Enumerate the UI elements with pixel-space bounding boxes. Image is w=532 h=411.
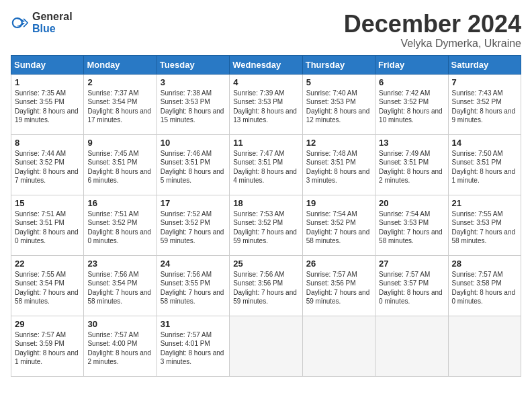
day-number: 27 [379, 259, 444, 269]
logo-text: General Blue [32, 11, 73, 34]
calendar-cell: 10 Sunrise: 7:46 AMSunset: 3:51 PMDaylig… [157, 134, 229, 195]
calendar-cell: 23 Sunrise: 7:56 AMSunset: 3:54 PMDaylig… [84, 255, 157, 316]
day-info: Sunrise: 7:54 AMSunset: 3:52 PMDaylight:… [306, 210, 370, 245]
day-number: 26 [306, 259, 371, 269]
calendar-cell [375, 316, 448, 376]
day-info: Sunrise: 7:46 AMSunset: 3:51 PMDaylight:… [161, 150, 224, 185]
calendar-cell: 9 Sunrise: 7:45 AMSunset: 3:51 PMDayligh… [84, 134, 157, 195]
calendar-cell [230, 316, 302, 376]
day-number: 28 [452, 259, 517, 269]
day-info: Sunrise: 7:45 AMSunset: 3:51 PMDaylight:… [87, 150, 151, 185]
day-number: 24 [161, 259, 226, 269]
calendar-week-row: 29 Sunrise: 7:57 AMSunset: 3:59 PMDaylig… [11, 316, 521, 376]
day-info: Sunrise: 7:52 AMSunset: 3:52 PMDaylight:… [161, 210, 224, 245]
day-info: Sunrise: 7:39 AMSunset: 3:53 PMDaylight:… [233, 89, 297, 124]
day-info: Sunrise: 7:43 AMSunset: 3:52 PMDaylight:… [452, 89, 516, 124]
day-number: 9 [87, 138, 152, 148]
calendar-cell: 5 Sunrise: 7:40 AMSunset: 3:53 PMDayligh… [302, 74, 375, 134]
calendar-cell: 13 Sunrise: 7:49 AMSunset: 3:51 PMDaylig… [375, 134, 448, 195]
header-tuesday: Tuesday [157, 55, 229, 74]
calendar-cell: 7 Sunrise: 7:43 AMSunset: 3:52 PMDayligh… [448, 74, 521, 134]
calendar-week-row: 8 Sunrise: 7:44 AMSunset: 3:52 PMDayligh… [11, 134, 521, 195]
day-number: 30 [87, 319, 152, 329]
calendar-cell: 15 Sunrise: 7:51 AMSunset: 3:51 PMDaylig… [11, 195, 84, 255]
day-info: Sunrise: 7:40 AMSunset: 3:53 PMDaylight:… [306, 89, 370, 124]
day-info: Sunrise: 7:56 AMSunset: 3:56 PMDaylight:… [233, 271, 297, 306]
month-title: December 2024 [344, 11, 521, 38]
day-number: 23 [87, 259, 152, 269]
header-friday: Friday [375, 55, 448, 74]
day-info: Sunrise: 7:51 AMSunset: 3:52 PMDaylight:… [87, 210, 151, 245]
calendar-cell: 17 Sunrise: 7:52 AMSunset: 3:52 PMDaylig… [157, 195, 229, 255]
calendar-table: Sunday Monday Tuesday Wednesday Thursday… [11, 55, 521, 377]
day-info: Sunrise: 7:35 AMSunset: 3:55 PMDaylight:… [15, 89, 79, 124]
header-sunday: Sunday [11, 55, 84, 74]
day-info: Sunrise: 7:38 AMSunset: 3:53 PMDaylight:… [161, 89, 224, 124]
calendar-week-row: 15 Sunrise: 7:51 AMSunset: 3:51 PMDaylig… [11, 195, 521, 255]
day-info: Sunrise: 7:57 AMSunset: 3:56 PMDaylight:… [306, 271, 370, 306]
logo-blue-text: Blue [32, 23, 73, 35]
day-info: Sunrise: 7:44 AMSunset: 3:52 PMDaylight:… [15, 150, 79, 185]
day-number: 20 [379, 198, 444, 208]
calendar-cell: 18 Sunrise: 7:53 AMSunset: 3:52 PMDaylig… [230, 195, 302, 255]
page-header: General Blue December 2024 Velyka Dymerk… [11, 11, 521, 50]
calendar-cell: 11 Sunrise: 7:47 AMSunset: 3:51 PMDaylig… [230, 134, 302, 195]
calendar-cell: 14 Sunrise: 7:50 AMSunset: 3:51 PMDaylig… [448, 134, 521, 195]
day-number: 2 [87, 77, 152, 87]
day-info: Sunrise: 7:55 AMSunset: 3:53 PMDaylight:… [452, 210, 516, 245]
calendar-cell [448, 316, 521, 376]
calendar-cell: 25 Sunrise: 7:56 AMSunset: 3:56 PMDaylig… [230, 255, 302, 316]
day-info: Sunrise: 7:57 AMSunset: 3:57 PMDaylight:… [379, 271, 443, 306]
day-number: 10 [161, 138, 226, 148]
day-info: Sunrise: 7:55 AMSunset: 3:54 PMDaylight:… [15, 271, 79, 306]
calendar-cell: 22 Sunrise: 7:55 AMSunset: 3:54 PMDaylig… [11, 255, 84, 316]
weekday-header-row: Sunday Monday Tuesday Wednesday Thursday… [11, 55, 521, 74]
calendar-cell: 28 Sunrise: 7:57 AMSunset: 3:58 PMDaylig… [448, 255, 521, 316]
day-info: Sunrise: 7:48 AMSunset: 3:51 PMDaylight:… [306, 150, 370, 185]
calendar-week-row: 22 Sunrise: 7:55 AMSunset: 3:54 PMDaylig… [11, 255, 521, 316]
day-info: Sunrise: 7:50 AMSunset: 3:51 PMDaylight:… [452, 150, 516, 185]
day-number: 25 [233, 259, 298, 269]
day-info: Sunrise: 7:47 AMSunset: 3:51 PMDaylight:… [233, 150, 297, 185]
calendar-cell: 19 Sunrise: 7:54 AMSunset: 3:52 PMDaylig… [302, 195, 375, 255]
calendar-cell: 3 Sunrise: 7:38 AMSunset: 3:53 PMDayligh… [157, 74, 229, 134]
day-info: Sunrise: 7:57 AMSunset: 3:58 PMDaylight:… [452, 271, 516, 306]
calendar-cell: 29 Sunrise: 7:57 AMSunset: 3:59 PMDaylig… [11, 316, 84, 376]
day-info: Sunrise: 7:51 AMSunset: 3:51 PMDaylight:… [15, 210, 79, 245]
logo: General Blue [11, 11, 73, 34]
day-number: 19 [306, 198, 371, 208]
day-number: 16 [87, 198, 152, 208]
location-title: Velyka Dymerka, Ukraine [344, 38, 521, 50]
day-number: 31 [161, 319, 226, 329]
calendar-cell: 1 Sunrise: 7:35 AMSunset: 3:55 PMDayligh… [11, 74, 84, 134]
day-info: Sunrise: 7:49 AMSunset: 3:51 PMDaylight:… [379, 150, 443, 185]
calendar-cell: 8 Sunrise: 7:44 AMSunset: 3:52 PMDayligh… [11, 134, 84, 195]
day-number: 3 [161, 77, 226, 87]
day-info: Sunrise: 7:57 AMSunset: 3:59 PMDaylight:… [15, 331, 79, 366]
header-thursday: Thursday [302, 55, 375, 74]
day-info: Sunrise: 7:53 AMSunset: 3:52 PMDaylight:… [233, 210, 297, 245]
calendar-cell: 24 Sunrise: 7:56 AMSunset: 3:55 PMDaylig… [157, 255, 229, 316]
calendar-cell: 31 Sunrise: 7:57 AMSunset: 4:01 PMDaylig… [157, 316, 229, 376]
day-number: 1 [15, 77, 80, 87]
day-number: 18 [233, 198, 298, 208]
calendar-cell: 2 Sunrise: 7:37 AMSunset: 3:54 PMDayligh… [84, 74, 157, 134]
day-number: 29 [15, 319, 80, 329]
day-info: Sunrise: 7:37 AMSunset: 3:54 PMDaylight:… [87, 89, 151, 124]
day-number: 15 [15, 198, 80, 208]
day-info: Sunrise: 7:57 AMSunset: 4:00 PMDaylight:… [87, 331, 151, 366]
calendar-cell: 6 Sunrise: 7:42 AMSunset: 3:52 PMDayligh… [375, 74, 448, 134]
day-info: Sunrise: 7:57 AMSunset: 4:01 PMDaylight:… [161, 331, 224, 366]
day-number: 4 [233, 77, 298, 87]
calendar-cell: 16 Sunrise: 7:51 AMSunset: 3:52 PMDaylig… [84, 195, 157, 255]
day-number: 13 [379, 138, 444, 148]
day-number: 6 [379, 77, 444, 87]
day-info: Sunrise: 7:54 AMSunset: 3:53 PMDaylight:… [379, 210, 443, 245]
calendar-week-row: 1 Sunrise: 7:35 AMSunset: 3:55 PMDayligh… [11, 74, 521, 134]
calendar-cell: 30 Sunrise: 7:57 AMSunset: 4:00 PMDaylig… [84, 316, 157, 376]
day-number: 12 [306, 138, 371, 148]
day-info: Sunrise: 7:56 AMSunset: 3:54 PMDaylight:… [87, 271, 151, 306]
header-wednesday: Wednesday [230, 55, 302, 74]
day-number: 21 [452, 198, 517, 208]
logo-general-text: General [32, 11, 73, 23]
